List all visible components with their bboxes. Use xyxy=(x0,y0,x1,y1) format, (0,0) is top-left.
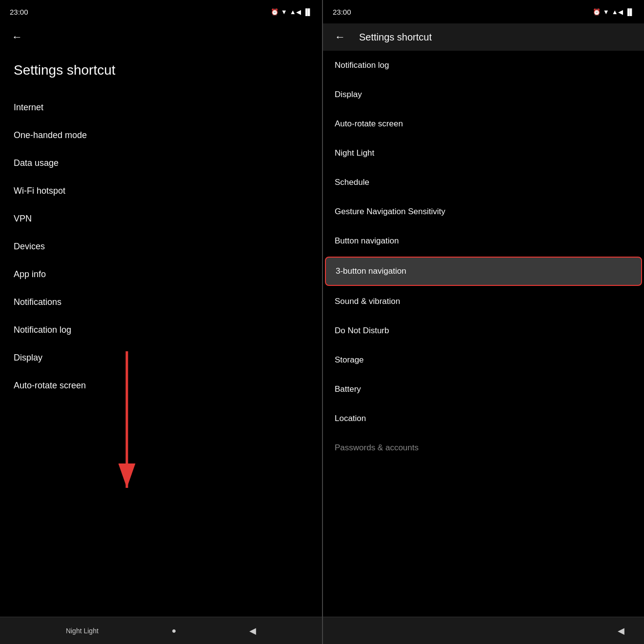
right-menu-auto-rotate[interactable]: Auto-rotate screen xyxy=(323,109,644,139)
right-menu-3button-nav[interactable]: 3-button navigation xyxy=(325,257,642,286)
menu-item-wifi-hotspot[interactable]: Wi-Fi hotspot xyxy=(0,177,322,205)
left-bottom-nav: Night Light ● ◀ xyxy=(0,617,322,644)
right-menu-notification-log[interactable]: Notification log xyxy=(323,51,644,80)
right-menu-list: Notification log Display Auto-rotate scr… xyxy=(323,51,644,617)
right-menu-button-nav[interactable]: Button navigation xyxy=(323,226,644,256)
right-menu-battery[interactable]: Battery xyxy=(323,375,644,404)
menu-item-display[interactable]: Display xyxy=(0,344,322,372)
right-alarm-icon: ⏰ xyxy=(593,8,601,16)
bottom-back-left[interactable]: ◀ xyxy=(249,625,256,636)
menu-item-data-usage[interactable]: Data usage xyxy=(0,149,322,177)
menu-item-one-handed[interactable]: One-handed mode xyxy=(0,121,322,149)
right-menu-gesture-nav[interactable]: Gesture Navigation Sensitivity xyxy=(323,197,644,226)
menu-item-notification-log[interactable]: Notification log xyxy=(0,316,322,344)
left-menu-list: Internet One-handed mode Data usage Wi-F… xyxy=(0,94,322,617)
right-menu-night-light[interactable]: Night Light xyxy=(323,139,644,168)
right-header-title: Settings shortcut xyxy=(359,32,432,43)
right-back-button[interactable]: ← xyxy=(331,27,349,47)
right-menu-location[interactable]: Location xyxy=(323,404,644,433)
battery-icon: ▐▌ xyxy=(303,8,312,16)
menu-item-notifications[interactable]: Notifications xyxy=(0,288,322,316)
menu-item-vpn[interactable]: VPN xyxy=(0,205,322,233)
right-wifi-icon: ▼ xyxy=(603,8,609,16)
right-status-time: 23:00 xyxy=(333,8,351,16)
left-status-time: 23:00 xyxy=(10,8,28,16)
right-menu-passwords[interactable]: Passwords & accounts xyxy=(323,433,644,463)
right-menu-display[interactable]: Display xyxy=(323,80,644,109)
right-menu-dnd[interactable]: Do Not Disturb xyxy=(323,316,644,345)
left-back-button[interactable]: ← xyxy=(8,27,26,47)
bottom-dot: ● xyxy=(172,626,177,635)
bottom-night-light-label: Night Light xyxy=(66,627,99,635)
menu-item-internet[interactable]: Internet xyxy=(0,94,322,121)
menu-item-devices[interactable]: Devices xyxy=(0,233,322,261)
wifi-icon: ▼ xyxy=(281,8,287,16)
left-top-bar: ← xyxy=(0,23,322,51)
left-status-icons: ⏰ ▼ ▲◀ ▐▌ xyxy=(271,8,312,16)
right-bottom-back[interactable]: ◀ xyxy=(618,625,624,636)
right-menu-schedule[interactable]: Schedule xyxy=(323,168,644,197)
right-battery-icon: ▐▌ xyxy=(625,8,634,16)
right-menu-storage[interactable]: Storage xyxy=(323,345,644,375)
right-bottom-nav: ◀ xyxy=(323,617,644,644)
right-panel: 23:00 ⏰ ▼ ▲◀ ▐▌ ← Settings shortcut Noti… xyxy=(323,0,644,644)
left-panel: 23:00 ⏰ ▼ ▲◀ ▐▌ ← Settings shortcut Inte… xyxy=(0,0,322,644)
menu-item-app-info[interactable]: App info xyxy=(0,261,322,288)
menu-item-auto-rotate[interactable]: Auto-rotate screen xyxy=(0,372,322,400)
right-status-icons: ⏰ ▼ ▲◀ ▐▌ xyxy=(593,8,634,16)
signal-icon: ▲◀ xyxy=(290,8,301,16)
alarm-icon: ⏰ xyxy=(271,8,279,16)
right-status-bar: 23:00 ⏰ ▼ ▲◀ ▐▌ xyxy=(323,0,644,23)
left-page-title: Settings shortcut xyxy=(0,51,322,94)
right-signal-icon: ▲◀ xyxy=(612,8,623,16)
left-status-bar: 23:00 ⏰ ▼ ▲◀ ▐▌ xyxy=(0,0,322,23)
right-menu-sound-vibration[interactable]: Sound & vibration xyxy=(323,287,644,316)
right-header: ← Settings shortcut xyxy=(323,23,644,51)
